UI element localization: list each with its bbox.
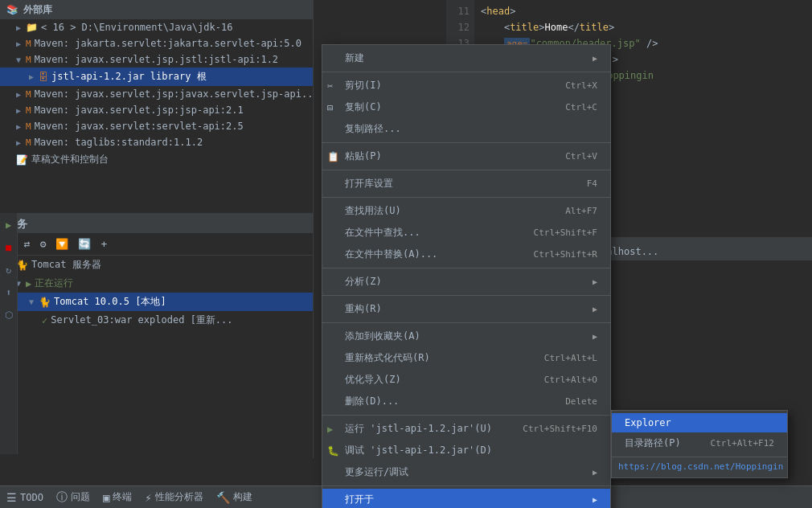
item-label: < 16 > D:\Environment\Java\jdk-16	[41, 22, 232, 33]
menu-item-find-in-file[interactable]: 在文件中查找... Ctrl+Shift+F	[322, 222, 610, 244]
menu-item-more-run[interactable]: 更多运行/调试 ▶	[322, 461, 610, 483]
menu-shortcut-replace-in-file: Ctrl+Shift+R	[534, 249, 597, 260]
item-label: 草稿文件和控制台	[31, 153, 109, 166]
status-item-terminal[interactable]: ▣ 终端	[103, 490, 132, 504]
tomcat-version-item[interactable]: ▼ 🐈 Tomcat 10.0.5 [本地]	[0, 293, 313, 311]
build-label: 构建	[233, 490, 252, 504]
menu-item-debug[interactable]: 🐛 调试 'jstl-api-1.2.jar'(D)	[322, 440, 610, 461]
menu-item-copy[interactable]: ⊟ 复制(C) Ctrl+C	[322, 96, 610, 118]
tree-item-jstl-jar[interactable]: ▶ 🗄 jstl-api-1.2.jar library 根	[0, 68, 313, 86]
menu-label-debug: 调试 'jstl-api-1.2.jar'(D)	[345, 444, 597, 457]
item-label: Maven: taglibs:standard:1.1.2	[35, 137, 203, 148]
tomcat-icon: 🐈	[16, 260, 28, 271]
tree-item-maven-servlet[interactable]: ▶ M Maven: javax.servlet:servlet-api:2.5	[0, 118, 313, 134]
profiler-label: 性能分析器	[155, 490, 203, 504]
code-line-11: <head>	[474, 3, 812, 19]
tree-item-maven-jakarta[interactable]: ▶ M Maven: jakarta.servlet:jakarta.servl…	[0, 35, 313, 51]
collapse-arrow: ▶	[16, 39, 21, 48]
menu-shortcut-copy: Ctrl+C	[565, 102, 597, 113]
tree-item-jdk16[interactable]: ▶ 📁 < 16 > D:\Environment\Java\jdk-16	[0, 19, 313, 35]
tree-item-maven-jstl[interactable]: ▼ M Maven: javax.servlet.jsp.jstl:jstl-a…	[0, 51, 313, 68]
menu-item-delete[interactable]: 删除(D)... Delete	[322, 391, 610, 412]
menu-item-add-fav[interactable]: 添加到收藏夹(A) ▶	[322, 326, 610, 347]
status-item-problems[interactable]: ⓘ 问题	[56, 490, 90, 505]
toolbar-btn-3[interactable]: ⚙	[37, 236, 50, 252]
menu-item-run[interactable]: ▶ 运行 'jstl-api-1.2.jar'(U) Ctrl+Shift+F1…	[322, 418, 610, 440]
toolbar-btn-5[interactable]: 🔄	[75, 236, 94, 252]
menu-label-copy-path: 复制路径...	[345, 122, 597, 136]
maven-icon: M	[26, 121, 31, 132]
menu-sep-2	[322, 142, 610, 143]
panel-title: 外部库	[23, 3, 52, 17]
url-row: https://blog.csdn.net/Hoppingin	[612, 457, 787, 475]
toolbar-btn-add[interactable]: +	[97, 236, 110, 252]
menu-sep-9	[322, 485, 610, 486]
menu-arrow-refactor: ▶	[593, 305, 597, 313]
tomcat-server-item[interactable]: ▼ 🐈 Tomcat 服务器	[0, 256, 313, 274]
tree-item-maven-jsp21[interactable]: ▶ M Maven: javax.servlet.jsp:jsp-api:2.1	[0, 102, 313, 118]
menu-label-new: 新建	[345, 51, 593, 65]
status-item-todo[interactable]: ☰ TODO	[6, 491, 43, 504]
tree-item-maven-jsp[interactable]: ▶ M Maven: javax.servlet.jsp:javax.servl…	[0, 86, 313, 102]
menu-item-refactor[interactable]: 重构(R) ▶	[322, 298, 610, 320]
maven-icon: M	[26, 137, 31, 148]
tomcat-version-label: Tomcat 10.0.5 [本地]	[54, 295, 166, 309]
menu-shortcut-open-lib: F4	[587, 178, 597, 189]
menu-item-find-usage[interactable]: 查找用法(U) Alt+F7	[322, 200, 610, 222]
terminal-icon: ▣	[103, 491, 109, 504]
tree-item-maven-taglibs[interactable]: ▶ M Maven: taglibs:standard:1.1.2	[0, 134, 313, 150]
menu-item-cut[interactable]: ✂ 剪切(I) Ctrl+X	[322, 75, 610, 96]
collapse-arrow: ▼	[29, 297, 34, 306]
collapse-arrow: ▶	[16, 23, 21, 32]
deployment-label: Servlet_03:war exploded [重新...	[51, 313, 232, 327]
line-num-11: 11	[446, 3, 474, 19]
status-item-build[interactable]: 🔨 构建	[216, 490, 252, 504]
icon-bar-item-1[interactable]: ▶	[4, 218, 13, 232]
collapse-arrow: ▶	[16, 90, 21, 99]
services-panel: 服务 ≡ ⇄ ⚙ 🔽 🔄 + ▼ 🐈 Tomcat 服务器 ▼ ▶ 正在运行 ▼…	[0, 213, 314, 453]
terminal-label: 终端	[113, 490, 132, 504]
menu-label-optimize: 优化导入(Z)	[345, 373, 528, 387]
menu-item-paste[interactable]: 📋 粘贴(P) Ctrl+V	[322, 145, 610, 167]
tree-item-scratch[interactable]: 📝 草稿文件和控制台	[0, 150, 313, 169]
menu-arrow-new: ▶	[593, 54, 597, 63]
collapse-arrow: ▶	[29, 72, 34, 81]
icon-bar-item-4[interactable]: ⬆	[4, 285, 13, 300]
todo-icon: ☰	[6, 491, 17, 504]
icon-bar-item-3[interactable]: ↻	[4, 263, 13, 277]
menu-sep-6	[322, 295, 610, 296]
menu-shortcut-find-in-file: Ctrl+Shift+F	[534, 227, 597, 238]
menu-item-copy-path[interactable]: 复制路径...	[322, 118, 610, 140]
submenu-item-explorer[interactable]: Explorer	[612, 413, 787, 432]
menu-sep-8	[322, 415, 610, 416]
menu-sep-4	[322, 197, 610, 198]
tomcat-running-item[interactable]: ▼ ▶ 正在运行	[0, 274, 313, 293]
menu-item-analyze[interactable]: 分析(Z) ▶	[322, 271, 610, 293]
icon-bar-item-2[interactable]: ■	[4, 240, 13, 255]
submenu-item-dir-path[interactable]: 目录路径(P) Ctrl+Alt+F12	[612, 432, 787, 454]
menu-label-open-in: 打开于	[345, 493, 593, 506]
deployment-item[interactable]: ✓ Servlet_03:war exploded [重新...	[0, 311, 313, 330]
dir-path-shortcut: Ctrl+Alt+F12	[711, 438, 774, 449]
menu-item-open-lib[interactable]: 打开库设置 F4	[322, 173, 610, 195]
toolbar-btn-2[interactable]: ⇄	[21, 236, 34, 252]
menu-item-new[interactable]: 新建 ▶	[322, 47, 610, 69]
menu-sep-5	[322, 268, 610, 268]
menu-item-open-in[interactable]: 打开于 ▶	[322, 489, 610, 508]
running-label: 正在运行	[35, 277, 73, 290]
item-label: Maven: javax.servlet.jsp:javax.servlet.j…	[35, 88, 313, 100]
status-item-profiler[interactable]: ⚡ 性能分析器	[145, 490, 203, 504]
icon-bar-item-5[interactable]: ⬡	[3, 308, 14, 322]
profiler-icon: ⚡	[145, 491, 151, 504]
toolbar-btn-4[interactable]: 🔽	[52, 236, 72, 252]
item-label: jstl-api-1.2.jar library 根	[51, 70, 207, 84]
menu-label-find-in-file: 在文件中查找...	[345, 226, 518, 240]
menu-item-optimize[interactable]: 优化导入(Z) Ctrl+Alt+O	[322, 369, 610, 391]
menu-item-reformat[interactable]: 重新格式化代码(R) Ctrl+Alt+L	[322, 347, 610, 369]
build-icon: 🔨	[216, 491, 230, 504]
collapse-arrow: ▶	[16, 106, 21, 115]
menu-item-replace-in-file[interactable]: 在文件中替换(A)... Ctrl+Shift+R	[322, 244, 610, 265]
tomcat-version-icon: 🐈	[39, 297, 51, 308]
line-num-12: 12	[446, 19, 474, 35]
menu-arrow-more-run: ▶	[593, 468, 597, 477]
